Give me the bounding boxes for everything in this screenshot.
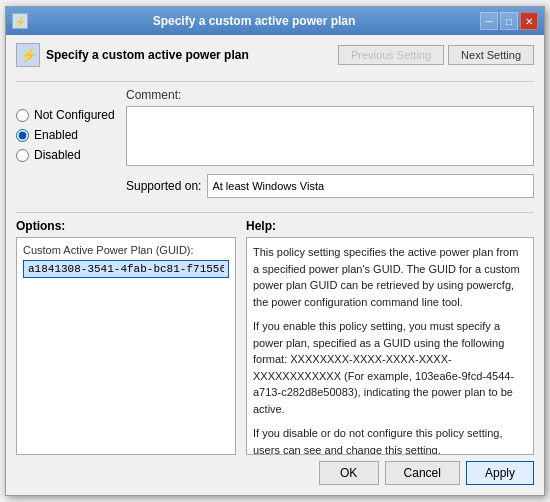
help-box: This policy setting specifies the active… — [246, 237, 534, 455]
comment-textarea[interactable] — [126, 106, 534, 166]
comment-section: Comment: Supported on: — [126, 88, 534, 198]
apply-button[interactable]: Apply — [466, 461, 534, 485]
maximize-button[interactable]: □ — [500, 12, 518, 30]
not-configured-radio[interactable] — [16, 109, 29, 122]
options-help-section: Options: Custom Active Power Plan (GUID)… — [16, 219, 534, 455]
footer: OK Cancel Apply — [16, 455, 534, 487]
middle-section: Not Configured Enabled Disabled Comment:… — [16, 88, 534, 198]
title-bar: ⚡ Specify a custom active power plan ─ □… — [6, 7, 544, 35]
not-configured-label: Not Configured — [34, 108, 115, 122]
comment-label: Comment: — [126, 88, 534, 102]
supported-row: Supported on: — [126, 174, 534, 198]
header-title: Specify a custom active power plan — [46, 48, 249, 62]
disabled-radio[interactable] — [16, 149, 29, 162]
cancel-button[interactable]: Cancel — [385, 461, 460, 485]
header-left: ⚡ Specify a custom active power plan — [16, 43, 249, 67]
nav-buttons: Previous Setting Next Setting — [338, 45, 534, 65]
previous-setting-button[interactable]: Previous Setting — [338, 45, 444, 65]
help-column: Help: This policy setting specifies the … — [246, 219, 534, 455]
radio-disabled: Disabled — [16, 148, 116, 162]
disabled-label: Disabled — [34, 148, 81, 162]
window-title: Specify a custom active power plan — [28, 14, 480, 28]
radio-enabled: Enabled — [16, 128, 116, 142]
guid-input[interactable] — [23, 260, 229, 278]
radio-group: Not Configured Enabled Disabled — [16, 88, 116, 198]
help-paragraph-3: If you disable or do not configure this … — [253, 425, 527, 455]
content-area: ⚡ Specify a custom active power plan Pre… — [6, 35, 544, 495]
minimize-button[interactable]: ─ — [480, 12, 498, 30]
header-divider — [16, 81, 534, 82]
options-box: Custom Active Power Plan (GUID): — [16, 237, 236, 455]
help-section-label: Help: — [246, 219, 534, 233]
radio-not-configured: Not Configured — [16, 108, 116, 122]
next-setting-button[interactable]: Next Setting — [448, 45, 534, 65]
help-paragraph-2: If you enable this policy setting, you m… — [253, 318, 527, 417]
main-window: ⚡ Specify a custom active power plan ─ □… — [5, 6, 545, 496]
supported-label: Supported on: — [126, 179, 201, 193]
window-icon: ⚡ — [12, 13, 28, 29]
options-column: Options: Custom Active Power Plan (GUID)… — [16, 219, 236, 455]
supported-value — [207, 174, 534, 198]
options-section-label: Options: — [16, 219, 236, 233]
ok-button[interactable]: OK — [319, 461, 379, 485]
header-section: ⚡ Specify a custom active power plan Pre… — [16, 43, 534, 67]
options-divider — [16, 212, 534, 213]
close-button[interactable]: ✕ — [520, 12, 538, 30]
enabled-label: Enabled — [34, 128, 78, 142]
help-paragraph-1: This policy setting specifies the active… — [253, 244, 527, 310]
guid-field-label: Custom Active Power Plan (GUID): — [23, 244, 229, 256]
enabled-radio[interactable] — [16, 129, 29, 142]
header-icon: ⚡ — [16, 43, 40, 67]
title-controls: ─ □ ✕ — [480, 12, 538, 30]
